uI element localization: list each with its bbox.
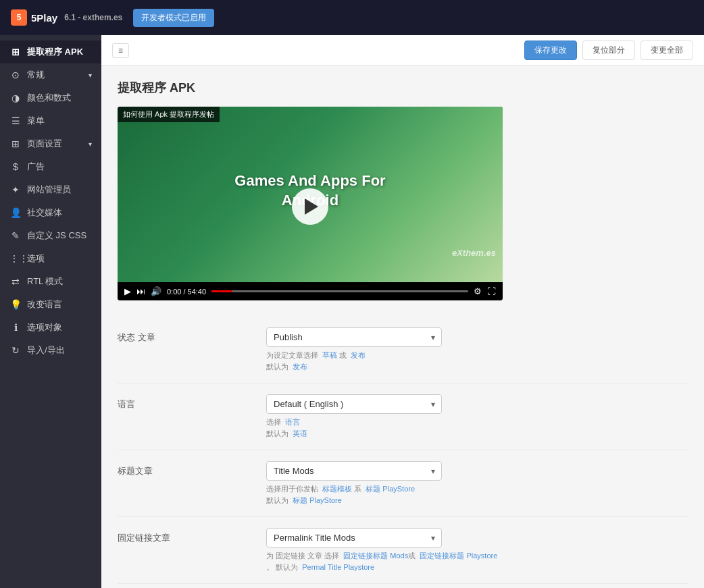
sidebar-colors-label: 颜色和数式 [27, 92, 71, 104]
permalink-link-mods[interactable]: 固定链接标题 Mods [343, 552, 408, 560]
reset-partial-button[interactable]: 复位部分 [582, 41, 635, 60]
permalink-default[interactable]: Permal Title Playstore [302, 563, 374, 571]
title-default[interactable]: 标题 PlayStore [293, 496, 342, 504]
sidebar-item-social[interactable]: 👤 社交媒体 [0, 201, 101, 224]
top-header: 5 5Play 6.1 - exthem.es 开发者模式已启用 [0, 0, 704, 35]
sidebar-item-ads[interactable]: $ 广告 [0, 155, 101, 178]
status-label: 状态 文章 [118, 327, 253, 344]
apk-icon: ⊞ [9, 47, 22, 57]
status-link-draft[interactable]: 草稿 [322, 351, 337, 359]
sidebar-item-import-export[interactable]: ↻ 导入/导出 [0, 339, 101, 362]
sidebar-page-settings-label: 页面设置 [27, 138, 62, 150]
title-desc: 选择用于你发帖 标题模板 系 标题 PlayStore 默认为 标题 PlayS… [266, 483, 688, 506]
sidebar-item-page-settings[interactable]: ⊞ 页面设置 ▾ [0, 132, 101, 155]
reset-all-button[interactable]: 变更全部 [640, 41, 693, 60]
sidebar-top-label: 提取程序 APK [27, 46, 83, 58]
page-content: 提取程序 APK 如何使用 Apk 提取程序发帖 Games And Apps … [101, 66, 704, 588]
title-link-playstore[interactable]: 标题 PlayStore [366, 485, 415, 493]
sidebar-webmaster-label: 网站管理员 [27, 184, 71, 196]
language-select-wrapper: Default ( English ) 中文 [266, 394, 442, 414]
sidebar-ads-label: 广告 [27, 161, 45, 173]
sidebar-item-general[interactable]: ⊙ 常规 ▾ [0, 63, 101, 86]
content-area: ≡ 保存更改 复位部分 变更全部 提取程序 APK 如何使用 Apk 提取程序发… [101, 35, 704, 588]
sidebar: ⊞ 提取程序 APK ⊙ 常规 ▾ ◑ 颜色和数式 ☰ 菜单 ⊞ 页面设置 ▾ … [0, 35, 101, 588]
video-thumbnail: Games And Apps For Android eXthem.es [118, 107, 503, 282]
title-select-wrapper: Title Mods Title PlayStore [266, 461, 442, 481]
sidebar-item-language[interactable]: 💡 改变语言 [0, 293, 101, 316]
social-icon: 👤 [9, 207, 22, 218]
play-button[interactable] [292, 188, 328, 225]
import-export-icon: ↻ [9, 345, 22, 356]
webmaster-icon: ✦ [9, 184, 22, 195]
options-icon: ⋮⋮ [9, 253, 22, 264]
title-apps-setting-row: 标题 APPs名称 On Off ON 使用 标题Playstore。 [118, 584, 688, 588]
main-layout: ⊞ 提取程序 APK ⊙ 常规 ▾ ◑ 颜色和数式 ☰ 菜单 ⊞ 页面设置 ▾ … [0, 35, 704, 588]
status-setting-row: 状态 文章 Publish Draft Private 为设定文章选择 草稿 或… [118, 317, 688, 383]
progress-bar[interactable] [211, 290, 468, 292]
sidebar-menu-label: 菜单 [27, 115, 45, 127]
title-link-format[interactable]: 标题模板 [322, 485, 352, 493]
status-link-publish[interactable]: 发布 [351, 351, 366, 359]
skip-button[interactable]: ⏭ [136, 286, 145, 296]
title-select[interactable]: Title Mods Title PlayStore [266, 461, 442, 481]
settings-button[interactable]: ⚙ [474, 286, 482, 296]
sidebar-item-rtl[interactable]: ⇄ RTL 模式 [0, 270, 101, 293]
permalink-setting-row: 固定链接文章 Permalink Title Mods Permal Title… [118, 517, 688, 584]
title-setting-row: 标题文章 Title Mods Title PlayStore 选择用于你发帖 … [118, 450, 688, 517]
chevron-down-icon: ▾ [89, 72, 92, 79]
rtl-icon: ⇄ [9, 276, 22, 287]
logo-icon: 5 [11, 9, 27, 26]
play-pause-button[interactable]: ▶ [124, 286, 131, 296]
code-icon: ✎ [9, 230, 22, 241]
sidebar-item-colors[interactable]: ◑ 颜色和数式 [0, 86, 101, 109]
sidebar-item-webmaster[interactable]: ✦ 网站管理员 [0, 178, 101, 201]
permalink-label: 固定链接文章 [118, 528, 253, 544]
sidebar-options-label: 选项 [27, 252, 45, 265]
save-changes-button[interactable]: 保存更改 [524, 41, 577, 60]
language-icon: 💡 [9, 299, 22, 310]
fullscreen-button[interactable]: ⛶ [487, 286, 496, 296]
sidebar-social-label: 社交媒体 [27, 207, 62, 219]
language-control: Default ( English ) 中文 选择 语言 默认为 英语 [266, 394, 688, 439]
permalink-select[interactable]: Permalink Title Mods Permal Title Playst… [266, 528, 442, 547]
dev-mode-button[interactable]: 开发者模式已启用 [133, 9, 214, 27]
title-label: 标题文章 [118, 461, 253, 477]
general-icon: ⊙ [9, 70, 22, 80]
status-desc: 为设定文章选择 草稿 或 发布 默认为 发布 [266, 350, 688, 372]
status-select-wrapper: Publish Draft Private [266, 327, 442, 347]
volume-button[interactable]: 🔊 [151, 286, 161, 296]
sidebar-language-label: 改变语言 [27, 298, 62, 311]
sidebar-general-label: 常规 [27, 69, 45, 81]
logo-text: 5Play [31, 12, 57, 24]
video-container: 如何使用 Apk 提取程序发帖 Games And Apps For Andro… [118, 107, 503, 300]
sidebar-options-obj-label: 选项对象 [27, 321, 62, 333]
sidebar-item-top[interactable]: ⊞ 提取程序 APK [0, 41, 101, 63]
language-default[interactable]: 英语 [293, 429, 307, 437]
video-time: 0:00 / 54:40 [167, 288, 206, 296]
info-icon: ℹ [9, 322, 22, 333]
permalink-control: Permalink Title Mods Permal Title Playst… [266, 528, 688, 572]
page-settings-icon: ⊞ [9, 138, 22, 149]
sidebar-item-options-obj[interactable]: ℹ 选项对象 [0, 316, 101, 339]
language-link[interactable]: 语言 [285, 418, 300, 426]
title-control: Title Mods Title PlayStore 选择用于你发帖 标题模板 … [266, 461, 688, 506]
sidebar-item-menu[interactable]: ☰ 菜单 [0, 109, 101, 132]
sidebar-item-custom-js[interactable]: ✎ 自定义 JS CSS [0, 224, 101, 247]
menu-icon: ☰ [9, 115, 22, 126]
language-select[interactable]: Default ( English ) 中文 [266, 394, 442, 414]
status-control: Publish Draft Private 为设定文章选择 草稿 或 发布 默认… [266, 327, 688, 372]
site-info: 6.1 - exthem.es [64, 13, 122, 22]
content-toolbar: ≡ 保存更改 复位部分 变更全部 [101, 35, 704, 66]
status-select[interactable]: Publish Draft Private [266, 327, 442, 347]
permalink-link-playstore[interactable]: 固定链接标题 Playstore [420, 552, 497, 560]
sidebar-import-export-label: 导入/导出 [27, 344, 65, 356]
progress-fill [211, 290, 232, 292]
sidebar-item-options[interactable]: ⋮⋮ 选项 [0, 247, 101, 270]
status-default[interactable]: 发布 [293, 363, 307, 371]
page-title: 提取程序 APK [118, 80, 688, 96]
video-text-line1: Games And Apps For [234, 171, 385, 191]
sidebar-rtl-label: RTL 模式 [27, 275, 63, 288]
play-triangle-icon [305, 198, 318, 215]
list-view-button[interactable]: ≡ [112, 43, 129, 58]
language-setting-row: 语言 Default ( English ) 中文 选择 语言 默认为 英语 [118, 383, 688, 450]
